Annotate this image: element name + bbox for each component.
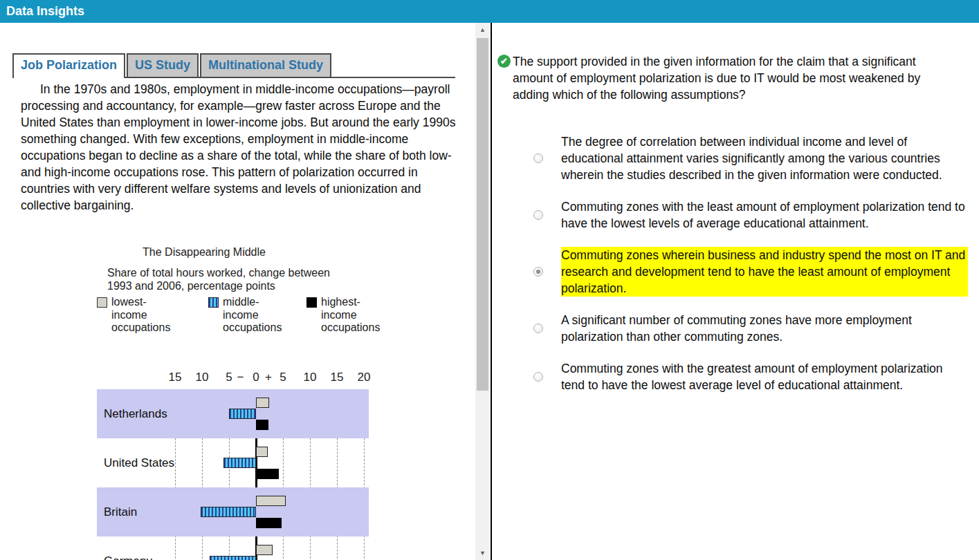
app-title: Data Insights — [6, 4, 84, 18]
option-text-1: The degree of correlation between indivi… — [561, 133, 968, 183]
option-text-4: A significant number of commuting zones … — [561, 312, 968, 345]
legend-label: highest- income occupations — [321, 296, 380, 335]
axis-tick-label: − — [237, 371, 244, 384]
legend-label: lowest- income occupations — [111, 296, 170, 335]
bar-middle-germany — [210, 556, 256, 560]
legend-item-middle: middle- income occupations — [208, 296, 282, 335]
option-text-5: Commuting zones with the greatest amount… — [561, 360, 968, 393]
bar-middle-netherlands — [229, 409, 256, 419]
answer-option-4[interactable]: A significant number of commuting zones … — [492, 312, 979, 345]
country-label: Netherlands — [104, 389, 167, 438]
scroll-up-button[interactable]: ▲ — [475, 23, 490, 37]
axis-tick-label: 0 — [253, 371, 259, 384]
legend-item-lowest: lowest- income occupations — [97, 296, 170, 335]
bar-highest-united-states — [256, 469, 279, 479]
axis-tick-label: 10 — [196, 371, 209, 384]
legend-label: middle- income occupations — [223, 296, 282, 335]
radio-button-2[interactable] — [533, 210, 543, 220]
lowest-swatch-icon — [97, 297, 107, 308]
chart-subtitle: Share of total hours worked, change betw… — [107, 266, 330, 292]
axis-tick-label: 5 — [280, 371, 286, 384]
answer-options: The degree of correlation between indivi… — [492, 133, 979, 409]
option-text-3: Commuting zones wherein business and ind… — [561, 247, 968, 297]
radio-button-1[interactable] — [533, 153, 543, 163]
axis-tick-label: 10 — [304, 371, 317, 384]
question-panel: ✔ The support provided in the given info… — [492, 23, 979, 560]
app-title-bar: Data Insights — [0, 0, 979, 23]
radio-button-5[interactable] — [533, 372, 543, 382]
answer-option-3[interactable]: Commuting zones wherein business and ind… — [492, 247, 979, 297]
bar-highest-netherlands — [256, 420, 268, 430]
axis-tick-label: 15 — [331, 371, 344, 384]
country-label: United States — [104, 438, 174, 487]
bar-lowest-britain — [256, 496, 286, 506]
answer-option-1[interactable]: The degree of correlation between indivi… — [492, 133, 979, 183]
bar-chart: 15105−0+5101520NetherlandsUnited StatesB… — [0, 366, 475, 560]
option-text-2: Commuting zones with the least amount of… — [561, 198, 968, 232]
chart-row-germany: Germany — [0, 536, 475, 560]
passage-text: In the 1970s and 1980s, employment in mi… — [21, 81, 458, 214]
chart-row-united-states: United States — [0, 438, 475, 487]
country-label: Germany — [104, 536, 152, 560]
axis-tick-label: 15 — [169, 371, 182, 384]
radio-button-4[interactable] — [533, 324, 543, 333]
left-panel-scrollbar[interactable]: ▲ ▼ — [475, 23, 490, 560]
question-block: ✔ The support provided in the given info… — [497, 53, 954, 103]
chart-title: The Disappearing Middle — [107, 246, 301, 259]
highest-swatch-icon — [306, 297, 317, 308]
legend-item-highest: highest- income occupations — [306, 296, 380, 335]
chart-row-britain: Britain — [0, 487, 475, 536]
answer-option-2[interactable]: Commuting zones with the least amount of… — [492, 198, 979, 232]
bar-lowest-germany — [256, 545, 273, 555]
axis-tick-label: 5 — [226, 371, 232, 384]
country-label: Britain — [104, 487, 137, 536]
correct-check-icon: ✔ — [497, 55, 511, 68]
axis-tick-label: 20 — [358, 371, 371, 384]
answer-option-5[interactable]: Commuting zones with the greatest amount… — [492, 360, 979, 393]
question-text: The support provided in the given inform… — [513, 53, 928, 103]
tab-job-polarization[interactable]: Job Polarization — [12, 53, 125, 78]
scrollbar-thumb[interactable] — [477, 38, 488, 391]
bar-lowest-united-states — [256, 447, 268, 457]
bar-middle-britain — [201, 507, 256, 517]
tab-multinational-study[interactable]: Multinational Study — [200, 53, 331, 77]
scroll-down-button[interactable]: ▼ — [475, 546, 490, 560]
bar-highest-britain — [256, 518, 282, 528]
tab-us-study[interactable]: US Study — [127, 53, 199, 77]
bar-lowest-netherlands — [256, 398, 269, 408]
chart-row-netherlands: Netherlands — [0, 389, 475, 438]
bar-middle-united-states — [223, 458, 256, 468]
chart-legend: lowest- income occupationsmiddle- income… — [0, 296, 475, 343]
middle-swatch-icon — [208, 297, 219, 308]
axis-tick-label: + — [265, 371, 272, 384]
tab-bar: Job PolarizationUS StudyMultinational St… — [12, 53, 455, 78]
source-panel: Job PolarizationUS StudyMultinational St… — [0, 23, 475, 560]
radio-button-3-selected[interactable] — [533, 267, 543, 277]
